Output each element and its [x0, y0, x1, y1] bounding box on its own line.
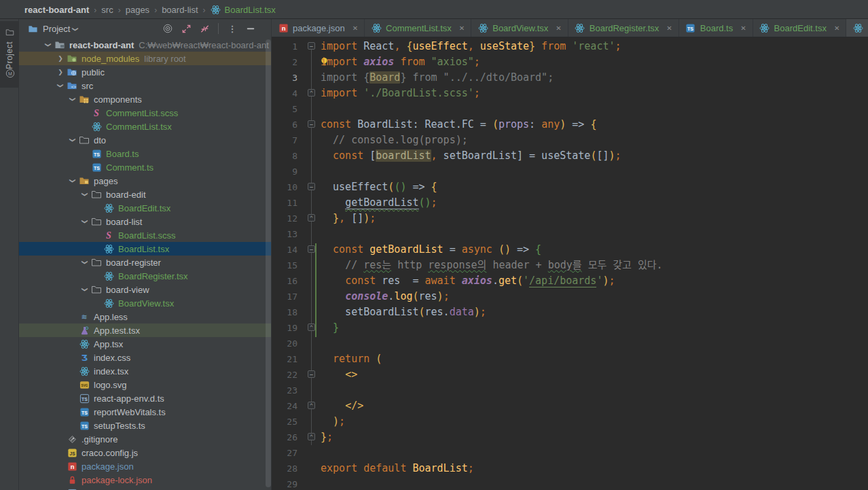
chevron-down-icon[interactable]: ❯ — [82, 256, 88, 268]
chevron-down-icon[interactable]: ❯ — [69, 93, 76, 105]
tree-item-setupTests.ts[interactable]: TSsetupTests.ts — [19, 419, 271, 432]
tree-item-reportWebVitals.ts[interactable]: TSreportWebVitals.ts — [19, 405, 271, 419]
tree-item-craco.config.js[interactable]: JScraco.config.js — [19, 446, 271, 459]
tree-item-board-edit[interactable]: ❯board-edit — [19, 188, 271, 201]
fold-end-icon[interactable]: ⌃ — [308, 89, 315, 97]
tree-item-App.tsx[interactable]: App.tsx — [19, 337, 271, 351]
tree-item-react-app-env.d.ts[interactable]: TSreact-app-env.d.ts — [19, 391, 271, 405]
code-line-3: 3import {Board} from "../../dto/Board"; — [272, 70, 868, 86]
tree-item-index.css[interactable]: Ʒindex.css — [19, 351, 271, 364]
close-icon[interactable]: ✕ — [459, 24, 465, 32]
breadcrumb-item[interactable]: board-list — [162, 5, 198, 15]
tree-item-src[interactable]: ❯<>src — [19, 79, 271, 92]
chevron-down-icon[interactable]: ❯ — [82, 215, 88, 228]
tree-scrollbar[interactable] — [266, 39, 271, 487]
expand-all-icon[interactable] — [181, 23, 192, 34]
editor-tab-CommentList.tsx[interactable]: CommentList.tsx✕ — [365, 19, 471, 37]
chevron-down-icon[interactable]: ❯ — [69, 134, 76, 146]
tree-item-BoardRegister.tsx[interactable]: BoardRegister.tsx — [19, 269, 271, 283]
chevron-right-icon[interactable]: ❯ — [54, 55, 67, 62]
tree-item-label: package.json — [82, 461, 134, 472]
tree-item-public[interactable]: ❯public — [19, 65, 271, 79]
chevron-down-icon[interactable]: ❯ — [57, 80, 64, 92]
code-editor[interactable]: 1−import React, {useEffect, useState} fr… — [272, 37, 868, 490]
css-icon: Ʒ — [79, 352, 90, 363]
fold-end-icon[interactable]: ⌃ — [308, 214, 315, 222]
chevron-right-icon[interactable]: ❯ — [54, 69, 67, 75]
fold-start-icon[interactable]: − — [308, 245, 315, 253]
editor-tab-BoardList.tsx[interactable]: BoardList.tsx✕ — [846, 19, 868, 37]
tree-item-BoardList.tsx[interactable]: BoardList.tsx — [19, 242, 271, 256]
fold-start-icon[interactable]: − — [308, 120, 315, 128]
tree-item-BoardView.tsx[interactable]: BoardView.tsx — [19, 296, 271, 310]
breadcrumb-file[interactable]: BoardList.tsx — [225, 5, 276, 15]
tree-item-CommentList.scss[interactable]: SCommentList.scss — [19, 106, 271, 120]
tree-item-components[interactable]: ❯components — [19, 92, 271, 106]
tree-item-node_modules[interactable]: ❯node_moduleslibrary root — [19, 52, 271, 65]
tree-item-partial[interactable]: TS — [19, 487, 271, 490]
chevron-down-icon[interactable]: ❯ — [82, 283, 88, 296]
tree-item-Comment.ts[interactable]: TSComment.ts — [19, 160, 271, 174]
project-panel: Project ❯ ⋮ ❯react-board-antC:₩web₩react… — [19, 19, 272, 490]
tree-item-App.test.tsx[interactable]: App.test.tsx — [19, 323, 271, 337]
breadcrumb-item[interactable]: pages — [126, 5, 149, 15]
editor-tab-BoardEdit.tsx[interactable]: BoardEdit.tsx✕ — [753, 19, 847, 37]
tree-item-.gitignore[interactable]: .gitignore — [19, 432, 271, 446]
fold-end-icon[interactable]: ⌃ — [308, 433, 315, 440]
tree-item-label: board-edit — [106, 190, 146, 200]
tree-item-label: craco.config.js — [82, 448, 138, 458]
fold-end-icon[interactable]: ⌃ — [308, 323, 315, 331]
tree-item-react-board-ant[interactable]: ❯react-board-antC:₩web₩react₩react-board… — [19, 38, 271, 52]
collapse-all-icon[interactable] — [199, 23, 210, 34]
editor-tab-Board.ts[interactable]: TSBoard.ts✕ — [679, 19, 753, 37]
breadcrumb-item[interactable]: src — [101, 5, 113, 15]
line-number: 19 — [272, 320, 297, 336]
tree-item-index.tsx[interactable]: index.tsx — [19, 364, 271, 378]
fold-start-icon[interactable]: − — [308, 42, 315, 50]
breadcrumb-project[interactable]: react-board-ant — [24, 5, 89, 15]
close-icon[interactable]: ✕ — [834, 24, 839, 32]
project-panel-title[interactable]: Project — [43, 24, 70, 34]
tree-item-board-view[interactable]: ❯board-view — [19, 283, 271, 296]
tree-item-board-register[interactable]: ❯board-register — [19, 256, 271, 269]
editor-tab-BoardView.tsx[interactable]: BoardView.tsx✕ — [471, 19, 568, 37]
tree-item-BoardEdit.tsx[interactable]: BoardEdit.tsx — [19, 201, 271, 215]
editor-tab-BoardRegister.tsx[interactable]: BoardRegister.tsx✕ — [568, 19, 679, 37]
tree-item-logo.svg[interactable]: SVGlogo.svg — [19, 378, 271, 391]
close-icon[interactable]: ✕ — [666, 24, 672, 32]
close-icon[interactable]: ✕ — [556, 24, 561, 32]
editor-tab-package.json[interactable]: npackage.json✕ — [272, 19, 365, 37]
code-line-22: 22− <> — [272, 367, 868, 383]
chevron-down-icon[interactable]: ❯ — [45, 39, 52, 51]
tree-item-label: components — [94, 94, 142, 105]
fold-end-icon[interactable]: ⌃ — [308, 402, 315, 409]
editor-area[interactable]: npackage.json✕CommentList.tsx✕BoardView.… — [272, 19, 868, 490]
close-icon[interactable]: ✕ — [740, 24, 746, 32]
tree-item-App.less[interactable]: ≋App.less — [19, 310, 271, 323]
tree-item-dto[interactable]: ❯dto — [19, 133, 271, 147]
code-text: // console.log(props); — [321, 133, 468, 148]
close-icon[interactable]: ✕ — [352, 24, 358, 32]
line-number: 28 — [272, 461, 297, 476]
tree-item-package.json[interactable]: npackage.json — [19, 459, 271, 473]
atom-icon — [211, 4, 221, 15]
fold-start-icon[interactable]: − — [308, 370, 315, 378]
more-options-icon[interactable]: ⋮ — [227, 23, 238, 34]
chevron-down-icon[interactable]: ❯ — [69, 175, 76, 187]
less-icon: ≋ — [79, 311, 90, 322]
locate-icon[interactable] — [162, 23, 173, 34]
ts-out-icon: TS — [79, 393, 90, 404]
chevron-down-icon[interactable]: ❯ — [82, 188, 88, 200]
tree-item-package-lock.json[interactable]: package-lock.json — [19, 473, 271, 487]
code-line-5: 5 — [272, 101, 868, 117]
tree-item-BoardList.scss[interactable]: SBoardList.scss — [19, 228, 271, 242]
tree-item-pages[interactable]: ❯pages — [19, 174, 271, 188]
navigation-bar: react-board-ant›src›pages›board-list›Boa… — [0, 0, 868, 19]
fold-start-icon[interactable]: − — [308, 183, 315, 190]
tree-item-CommentList.tsx[interactable]: CommentList.tsx — [19, 120, 271, 133]
chevron-down-icon[interactable]: ❯ — [72, 27, 79, 32]
hide-panel-icon[interactable] — [245, 23, 256, 34]
tree-item-board-list[interactable]: ❯board-list — [19, 215, 271, 228]
m-badge-icon[interactable]: M — [5, 68, 16, 79]
tree-item-Board.ts[interactable]: TSBoard.ts — [19, 147, 271, 160]
